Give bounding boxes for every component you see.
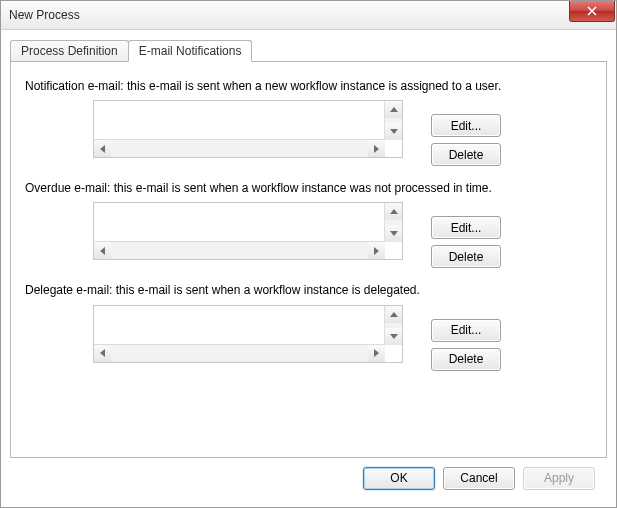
delegate-delete-button[interactable]: Delete [431,348,501,371]
vertical-scrollbar[interactable] [384,101,402,140]
delegate-email-label: Delegate e-mail: this e-mail is sent whe… [25,282,545,298]
horizontal-scrollbar[interactable] [94,344,385,362]
tab-email-notifications[interactable]: E-mail Notifications [128,40,253,62]
chevron-up-icon [390,209,398,214]
dialog-window: New Process Process Definition E-mail No… [0,0,617,508]
chevron-right-icon [374,145,379,153]
horizontal-scrollbar[interactable] [94,241,385,259]
horizontal-scrollbar[interactable] [94,139,385,157]
scroll-left-button[interactable] [94,345,111,362]
scroll-down-button[interactable] [385,225,402,242]
tab-label: Process Definition [21,44,118,58]
notification-email-row: Edit... Delete [25,100,592,166]
tab-host: Process Definition E-mail Notifications … [10,39,607,458]
chevron-left-icon [100,349,105,357]
scroll-up-button[interactable] [385,203,402,220]
overdue-email-label: Overdue e-mail: this e-mail is sent when… [25,180,545,196]
scroll-left-button[interactable] [94,140,111,157]
close-button[interactable] [569,1,615,22]
notification-email-textbox-frame [93,100,403,158]
scroll-down-button[interactable] [385,328,402,345]
notification-edit-button[interactable]: Edit... [431,114,501,137]
scroll-up-button[interactable] [385,306,402,323]
chevron-up-icon [390,312,398,317]
scroll-right-button[interactable] [368,242,385,259]
tab-process-definition[interactable]: Process Definition [10,40,129,61]
notification-email-buttons: Edit... Delete [431,114,501,166]
chevron-left-icon [100,145,105,153]
chevron-left-icon [100,247,105,255]
window-controls [569,1,616,29]
overdue-delete-button[interactable]: Delete [431,245,501,268]
vertical-scrollbar[interactable] [384,203,402,242]
vertical-scrollbar[interactable] [384,306,402,345]
chevron-up-icon [390,107,398,112]
tab-strip: Process Definition E-mail Notifications [10,39,607,61]
scroll-right-button[interactable] [368,140,385,157]
dialog-button-bar: OK Cancel Apply [10,458,607,498]
delegate-email-row: Edit... Delete [25,305,592,371]
overdue-email-row: Edit... Delete [25,202,592,268]
scroll-up-button[interactable] [385,101,402,118]
scroll-left-button[interactable] [94,242,111,259]
chevron-down-icon [390,231,398,236]
cancel-button[interactable]: Cancel [443,467,515,490]
overdue-edit-button[interactable]: Edit... [431,216,501,239]
close-icon [587,6,597,16]
overdue-email-textbox-frame [93,202,403,260]
client-area: Process Definition E-mail Notifications … [1,30,616,507]
delegate-email-buttons: Edit... Delete [431,319,501,371]
chevron-down-icon [390,334,398,339]
chevron-right-icon [374,349,379,357]
overdue-email-buttons: Edit... Delete [431,216,501,268]
chevron-down-icon [390,129,398,134]
delegate-email-textbox-frame [93,305,403,363]
apply-button[interactable]: Apply [523,467,595,490]
scroll-down-button[interactable] [385,123,402,140]
title-bar: New Process [1,1,616,30]
tab-label: E-mail Notifications [139,44,242,58]
notification-email-label: Notification e-mail: this e-mail is sent… [25,78,545,94]
tab-page-email-notifications: Notification e-mail: this e-mail is sent… [10,61,607,458]
window-title: New Process [9,8,80,22]
delegate-edit-button[interactable]: Edit... [431,319,501,342]
chevron-right-icon [374,247,379,255]
ok-button[interactable]: OK [363,467,435,490]
scroll-right-button[interactable] [368,345,385,362]
notification-delete-button[interactable]: Delete [431,143,501,166]
